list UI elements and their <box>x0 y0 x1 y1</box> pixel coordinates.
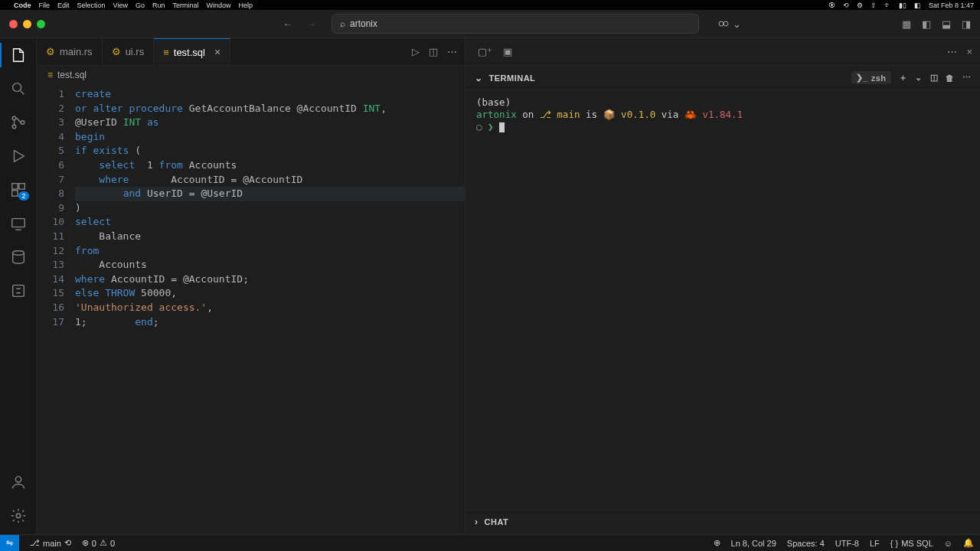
new-terminal-icon[interactable]: ▢⁺ <box>478 46 492 57</box>
zoom-status[interactable]: ⊕ <box>714 538 720 548</box>
close-panel-icon[interactable]: × <box>966 46 972 57</box>
battery-icon[interactable]: ▮▯ <box>899 2 906 9</box>
terminal-icon: ❯_ <box>856 73 868 83</box>
chevron-right-icon: › <box>475 517 479 527</box>
split-terminal-icon[interactable]: ◫ <box>930 73 939 83</box>
source-control-icon[interactable] <box>9 113 28 132</box>
menu-help[interactable]: Help <box>238 2 253 9</box>
term-project: artonix <box>476 109 517 120</box>
layout-grid-icon[interactable]: ▦ <box>902 18 911 30</box>
panel-bottom-icon[interactable]: ⬓ <box>942 18 951 30</box>
split-editor-icon[interactable]: ◫ <box>429 46 438 57</box>
explorer-icon[interactable] <box>9 46 28 64</box>
svg-rect-9 <box>11 219 24 227</box>
cursor-position[interactable]: Ln 8, Col 29 <box>731 538 776 548</box>
panel-right-icon[interactable]: ◨ <box>962 18 971 30</box>
term-base: (base) <box>476 96 511 108</box>
tray-icon[interactable]: ⟲ <box>843 2 849 9</box>
search-icon[interactable] <box>9 80 28 98</box>
menu-selection[interactable]: Selection <box>77 2 106 9</box>
more-actions-icon[interactable]: ⋯ <box>447 46 457 57</box>
svg-rect-11 <box>12 285 24 297</box>
remote-explorer-icon[interactable] <box>9 214 28 233</box>
terminal-body[interactable]: (base) artonix on ⎇ main is 📦 v0.1.0 via… <box>466 90 980 510</box>
database-icon[interactable] <box>9 248 28 266</box>
control-center-icon[interactable]: ◧ <box>914 2 921 9</box>
sql-tools-icon[interactable] <box>9 282 28 300</box>
indent-status[interactable]: Spaces: 4 <box>787 538 825 548</box>
menu-window[interactable]: Window <box>206 2 230 9</box>
code-content[interactable]: createor alter procedure GetAccountBalan… <box>75 84 465 534</box>
clock[interactable]: Sat Feb 8 1:47 <box>929 2 974 9</box>
minimize-window-button[interactable] <box>23 20 31 28</box>
panel-left-icon[interactable]: ◧ <box>922 18 931 30</box>
tab-main-rs[interactable]: ⚙ main.rs <box>37 38 103 65</box>
tray-icon[interactable]: ⚙ <box>857 2 863 9</box>
add-terminal-icon[interactable]: ＋ <box>899 72 908 83</box>
app-name[interactable]: Code <box>14 2 31 9</box>
term-rustver: v1.84.1 <box>702 109 743 120</box>
problems-status[interactable]: ⊗0 ⚠0 <box>82 538 115 548</box>
svg-point-5 <box>21 121 24 125</box>
svg-rect-8 <box>11 191 17 196</box>
code-editor[interactable]: 1234567891011121314151617 createor alter… <box>37 84 465 534</box>
wifi-icon[interactable]: ᯤ <box>884 2 891 9</box>
menu-view[interactable]: View <box>113 2 128 9</box>
menu-edit[interactable]: Edit <box>57 2 70 9</box>
terminal-profile-icon[interactable]: ▣ <box>503 46 512 57</box>
mac-menubar: Code File Edit Selection View Go Run Ter… <box>0 0 980 10</box>
svg-point-1 <box>724 21 728 26</box>
branch-status[interactable]: ⎇main ⟲ <box>30 538 71 548</box>
account-icon[interactable] <box>9 473 28 491</box>
menu-terminal[interactable]: Terminal <box>172 2 198 9</box>
breadcrumb[interactable]: ≡ test.sql <box>37 66 465 84</box>
command-center-search[interactable]: ⌕ artonix <box>332 14 699 34</box>
chat-section-header[interactable]: › CHAT <box>466 510 980 534</box>
menu-go[interactable]: Go <box>136 2 145 9</box>
svg-point-10 <box>12 251 24 256</box>
encoding-status[interactable]: UTF-8 <box>835 538 859 548</box>
notifications-icon[interactable]: 🔔 <box>963 538 974 548</box>
extensions-badge: 2 <box>18 191 28 201</box>
tray-icon[interactable]: ⦿ <box>828 2 835 9</box>
term-pkgver: v0.1.0 <box>621 109 655 120</box>
settings-gear-icon[interactable] <box>9 507 28 525</box>
svg-rect-6 <box>11 184 17 189</box>
svg-point-12 <box>15 477 21 482</box>
zoom-window-button[interactable] <box>37 20 45 28</box>
copilot-menu[interactable]: ⌄ <box>717 18 741 30</box>
close-tab-icon[interactable]: × <box>214 46 220 58</box>
remote-indicator[interactable]: ⇋ <box>0 535 19 552</box>
status-bar: ⇋ ⎇main ⟲ ⊗0 ⚠0 ⊕ Ln 8, Col 29 Spaces: 4… <box>0 534 980 551</box>
extensions-icon[interactable]: 2 <box>9 181 28 199</box>
kill-terminal-icon[interactable]: 🗑 <box>946 73 955 83</box>
tray-icon[interactable]: ⇪ <box>871 2 877 9</box>
eol-status[interactable]: LF <box>870 538 880 548</box>
nav-forward-icon[interactable]: → <box>306 18 316 30</box>
sync-icon: ⟲ <box>64 538 71 548</box>
chevron-down-icon[interactable]: ⌄ <box>915 73 923 83</box>
shell-name: zsh <box>871 73 887 83</box>
tab-test-sql[interactable]: ≡ test.sql × <box>154 38 230 65</box>
shell-selector[interactable]: ❯_ zsh <box>851 71 891 84</box>
editor-tabs: ⚙ main.rs ⚙ ui.rs ≡ test.sql × ▷ ◫ ⋯ <box>37 38 465 66</box>
breadcrumb-file: test.sql <box>57 70 87 80</box>
run-debug-icon[interactable] <box>9 147 28 165</box>
feedback-icon[interactable]: ☺ <box>944 538 952 548</box>
close-window-button[interactable] <box>9 20 18 28</box>
menu-file[interactable]: File <box>39 2 51 9</box>
nav-back-icon[interactable]: ← <box>283 18 292 30</box>
language-status[interactable]: { } MS SQL <box>890 538 933 548</box>
chevron-down-icon: ⌄ <box>733 18 741 30</box>
terminal-section-header[interactable]: ⌄ TERMINAL ❯_ zsh ＋ ⌄ ◫ 🗑 ⋯ <box>466 66 980 90</box>
run-file-icon[interactable]: ▷ <box>412 46 420 57</box>
branch-icon: ⎇ <box>30 538 40 548</box>
more-actions-icon[interactable]: ⋯ <box>962 73 972 83</box>
panel: ▢⁺ ▣ ⋯ × ⌄ TERMINAL ❯_ zsh ＋ ⌄ <box>466 38 980 534</box>
menu-run[interactable]: Run <box>152 2 165 9</box>
tab-ui-rs[interactable]: ⚙ ui.rs <box>103 38 155 65</box>
term-is: is <box>586 109 597 120</box>
term-branch: main <box>557 109 580 120</box>
warning-icon: ⚠ <box>100 538 107 548</box>
more-actions-icon[interactable]: ⋯ <box>947 46 957 57</box>
